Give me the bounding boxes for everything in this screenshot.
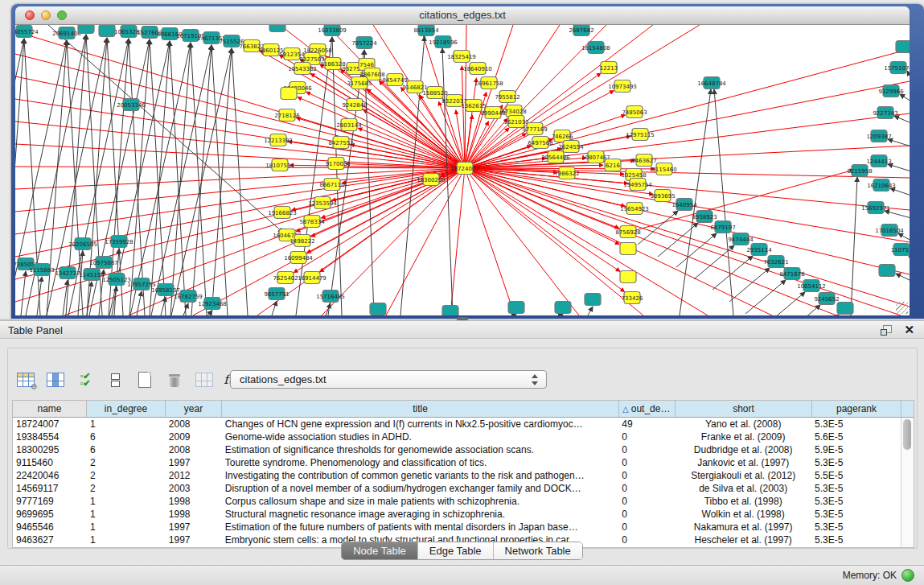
resize-grip-icon[interactable] <box>896 302 908 314</box>
table-cell: 2003 <box>166 482 222 495</box>
table-cell: 1998 <box>166 508 222 521</box>
table-cell: 2012 <box>166 469 222 482</box>
table-panel-body: ⚙ ▫✔▫✔ <box>0 340 924 565</box>
table-cell: 5.5E-5 <box>811 469 901 482</box>
svg-text:2687682: 2687682 <box>569 27 593 34</box>
svg-text:16914479: 16914479 <box>298 275 326 282</box>
delete-column-button[interactable] <box>163 369 186 390</box>
network-window-titlebar[interactable]: citations_edges.txt <box>15 6 910 25</box>
table-cell: 1 <box>87 508 166 521</box>
svg-text:1640954: 1640954 <box>671 202 697 208</box>
svg-text:16210643: 16210643 <box>867 183 896 189</box>
create-column-button[interactable] <box>133 369 156 390</box>
svg-text:16033809: 16033809 <box>318 27 347 34</box>
table-cell: 1 <box>87 521 166 534</box>
svg-text:3624554: 3624554 <box>558 144 584 150</box>
table-panel-box: ⚙ ▫✔▫✔ <box>7 348 918 549</box>
svg-text:9893695: 9893695 <box>650 193 675 200</box>
svg-text:12975115: 12975115 <box>626 132 655 138</box>
column-header-pagerank[interactable]: pagerank <box>812 401 901 417</box>
table-cell: 2 <box>87 469 166 482</box>
table-cell: Changes of HCN gene expression and I(f) … <box>222 418 619 431</box>
row-height-button[interactable] <box>104 369 126 390</box>
column-header-year[interactable]: year <box>166 401 222 417</box>
svg-text:15751074: 15751074 <box>884 65 910 72</box>
column-header-name[interactable]: name <box>13 401 87 417</box>
select-columns-button[interactable]: ▫✔▫✔ <box>74 369 97 390</box>
table-cell: 9465546 <box>13 521 87 534</box>
table-cell: Wolkin et al. (1998) <box>675 508 811 521</box>
svg-text:6879197: 6879197 <box>710 225 735 231</box>
svg-text:16961758: 16961758 <box>474 80 503 87</box>
svg-text:8667110: 8667110 <box>319 182 344 188</box>
node-table: namein_degreeyeartitle△out_de…shortpager… <box>12 400 914 548</box>
svg-text:20691406: 20691406 <box>52 31 81 37</box>
svg-text:7955812: 7955812 <box>495 94 519 101</box>
tab-edge-table[interactable]: Edge Table <box>418 542 494 559</box>
column-header-in_degree[interactable]: in_degree <box>87 401 166 417</box>
svg-text:16782759: 16782759 <box>174 294 203 300</box>
svg-text:9245652: 9245652 <box>814 296 839 303</box>
table-row[interactable]: 911546021997Tourette syndrome. Phenomeno… <box>13 456 901 469</box>
svg-text:9227343: 9227343 <box>873 110 897 117</box>
table-cell: Stergiakouli et al. (2012) <box>675 469 811 482</box>
table-cell: 5.3E-5 <box>811 495 901 508</box>
column-header-title[interactable]: title <box>222 401 619 417</box>
float-panel-icon[interactable] <box>881 325 892 336</box>
table-column-icon <box>47 373 64 387</box>
table-scrollbar[interactable] <box>901 418 914 547</box>
show-columns-button[interactable] <box>44 369 67 390</box>
table-cell: Estimation of the future numbers of pati… <box>222 521 619 534</box>
table-cell: de Silva et al. (2003) <box>675 482 811 495</box>
svg-text:8471676: 8471676 <box>779 271 805 278</box>
network-file-select-value: citations_edges.txt <box>240 373 326 385</box>
table-cell: Disruption of a novel member of a sodium… <box>222 482 619 495</box>
svg-text:10654112: 10654112 <box>797 283 826 290</box>
svg-text:18640910: 18640910 <box>463 66 492 72</box>
table-cell: 1 <box>87 495 166 508</box>
table-cell: 0 <box>618 495 675 508</box>
svg-text:20564486: 20564486 <box>541 154 570 161</box>
tab-network-table[interactable]: Network Table <box>494 542 582 559</box>
table-mode-button[interactable]: ⚙ <box>14 369 37 390</box>
close-panel-icon[interactable]: ✕ <box>904 323 914 337</box>
table-cell: 18300295 <box>13 443 87 456</box>
status-bar: Memory: OK <box>0 565 924 585</box>
svg-text:20053346: 20053346 <box>117 102 146 109</box>
trash-icon <box>169 373 180 387</box>
svg-text:18724007: 18724007 <box>450 166 479 172</box>
svg-text:1621032: 1621032 <box>503 119 528 126</box>
table-row[interactable]: 946554611997Estimation of the future num… <box>13 521 901 534</box>
svg-text:2935114: 2935114 <box>746 247 772 253</box>
table-cell: 18724007 <box>13 418 87 431</box>
combo-arrows-icon <box>532 373 539 386</box>
svg-text:7986322: 7986322 <box>554 171 579 177</box>
table-cell: 0 <box>618 521 675 534</box>
table-row[interactable]: 1938455462009Genome-wide association stu… <box>13 431 901 443</box>
table-row[interactable]: 2242004622012Investigating the contribut… <box>13 469 901 482</box>
column-header-out_de[interactable]: △out_de… <box>619 401 676 417</box>
table-row[interactable]: 1456911722003Disruption of a novel membe… <box>13 482 901 495</box>
network-file-select[interactable]: citations_edges.txt <box>230 370 547 389</box>
svg-text:14055724: 14055724 <box>15 29 39 35</box>
table-cell: 5.3E-5 <box>811 418 901 431</box>
svg-text:8454749: 8454749 <box>382 77 407 84</box>
table-row[interactable]: 1830029562008Estimation of significance … <box>13 443 901 456</box>
table-cell: 2 <box>87 456 166 469</box>
svg-text:16099484: 16099484 <box>284 255 313 262</box>
svg-text:9777169: 9777169 <box>522 126 547 133</box>
scrollbar-thumb[interactable] <box>903 419 911 450</box>
tab-node-table[interactable]: Node Table <box>342 542 418 559</box>
svg-text:1588520: 1588520 <box>422 90 447 97</box>
table-row[interactable]: 969969511998Structural magnetic resonanc… <box>13 508 901 521</box>
network-canvas[interactable]: 1405572420691406106532871527602696616010… <box>15 25 910 315</box>
table-cell: 5.3E-5 <box>811 456 901 469</box>
table-row[interactable]: 1872400712008Changes of HCN gene express… <box>13 418 901 431</box>
column-header-short[interactable]: short <box>676 401 812 417</box>
table-cell: Jankovic et al. (1997) <box>675 456 811 469</box>
svg-text:1145194: 1145194 <box>79 272 105 278</box>
svg-text:15716485: 15716485 <box>316 294 345 300</box>
table-header-row: namein_degreeyeartitle△out_de…shortpager… <box>13 401 914 418</box>
svg-text:9242848: 9242848 <box>342 102 367 109</box>
table-row[interactable]: 977716911998Corpus callosum shape and si… <box>13 495 901 508</box>
